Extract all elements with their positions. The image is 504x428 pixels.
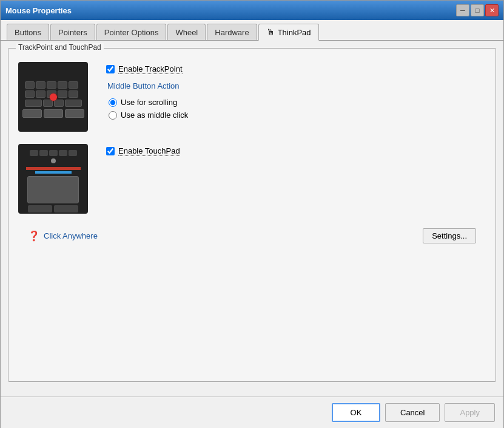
touchpad-options: Enable TouchPad <box>106 144 180 156</box>
middle-button-label: Middle Button Action <box>107 81 188 90</box>
tab-pointers-label: Pointers <box>58 28 87 37</box>
key <box>25 81 35 89</box>
content-area: TrackPoint and TouchPad <box>1 41 503 396</box>
use-for-scrolling-radio[interactable] <box>109 98 117 107</box>
key <box>47 81 56 89</box>
touchpad-surface <box>27 176 79 203</box>
touchpad-left-btn <box>28 205 52 212</box>
group-box: TrackPoint and TouchPad <box>8 48 496 382</box>
tab-thinkpad[interactable]: 🖱 ThinkPad <box>258 24 319 41</box>
tp-top-key <box>69 150 77 156</box>
trackpoint-options: Enable TrackPoint Middle Button Action U… <box>106 62 188 120</box>
mouse-properties-window: Mouse Properties ─ □ ✕ Buttons Pointers … <box>0 0 504 428</box>
enable-touchpad-checkbox[interactable] <box>106 147 115 155</box>
touchpad-section: Enable TouchPad <box>18 144 486 214</box>
click-anywhere-area: ❓ Click Anywhere <box>28 230 98 242</box>
tp-top-key <box>30 150 38 156</box>
key <box>58 81 67 89</box>
key <box>65 100 82 107</box>
use-as-middle-click-label: Use as middle click <box>121 110 188 120</box>
key <box>54 100 64 107</box>
key <box>36 81 45 89</box>
apply-button[interactable]: Apply <box>445 403 495 422</box>
key <box>69 81 78 89</box>
close-button[interactable]: ✕ <box>485 4 499 16</box>
enable-touchpad-row: Enable TouchPad <box>106 146 180 156</box>
tp-blue-strip <box>35 171 72 174</box>
tp-red-strip <box>26 167 81 170</box>
use-as-middle-click-radio[interactable] <box>109 111 117 120</box>
tp-right-btn <box>65 109 84 118</box>
tabs-bar: Buttons Pointers Pointer Options Wheel H… <box>1 20 503 41</box>
use-as-middle-click-row: Use as middle click <box>109 110 188 120</box>
trackpoint-dot <box>50 93 57 101</box>
tab-pointers[interactable]: Pointers <box>50 24 95 40</box>
enable-trackpoint-checkbox[interactable] <box>106 65 115 73</box>
maximize-button[interactable]: □ <box>471 4 484 16</box>
thinkpad-icon: 🖱 <box>266 27 275 37</box>
tab-buttons-label: Buttons <box>15 28 41 37</box>
trackpoint-section: Enable TrackPoint Middle Button Action U… <box>18 62 486 132</box>
touchpad-right-btn <box>54 205 78 212</box>
footer-buttons: OK Cancel Apply <box>1 396 503 428</box>
click-anywhere-label: Click Anywhere <box>44 231 98 240</box>
touchpad-buttons <box>28 205 78 212</box>
middle-button-radio-group: Use for scrolling Use as middle click <box>109 98 188 120</box>
tab-wheel[interactable]: Wheel <box>167 24 206 40</box>
tab-pointer-options-label: Pointer Options <box>104 28 159 37</box>
title-bar-controls: ─ □ ✕ <box>456 4 499 16</box>
key <box>69 90 78 98</box>
tab-pointer-options[interactable]: Pointer Options <box>96 24 167 40</box>
use-for-scrolling-row: Use for scrolling <box>109 98 188 107</box>
cancel-button[interactable]: Cancel <box>385 403 440 422</box>
minimize-button[interactable]: ─ <box>456 4 469 16</box>
key <box>25 100 42 107</box>
key <box>43 100 53 107</box>
tp-top-key <box>59 150 67 156</box>
key <box>36 90 45 98</box>
question-icon: ❓ <box>28 230 40 242</box>
tab-buttons[interactable]: Buttons <box>7 24 49 40</box>
enable-trackpoint-row: Enable TrackPoint <box>106 64 188 74</box>
ok-button[interactable]: OK <box>332 403 380 422</box>
touchpad-top-keys <box>30 150 77 156</box>
key <box>58 90 67 98</box>
trackpoint-image <box>18 62 88 132</box>
tab-hardware-label: Hardware <box>215 28 249 37</box>
tp-top-key <box>39 150 48 156</box>
key <box>25 90 35 98</box>
settings-button[interactable]: Settings... <box>423 228 476 243</box>
enable-touchpad-label: Enable TouchPad <box>118 146 180 156</box>
use-for-scrolling-label: Use for scrolling <box>121 98 177 107</box>
touchpad-image <box>18 144 88 214</box>
group-bottom-bar: ❓ Click Anywhere Settings... <box>18 226 486 248</box>
trackpoint-buttons <box>22 109 84 118</box>
tp-middle-btn <box>44 109 63 118</box>
tp-small-dot <box>51 158 56 163</box>
group-legend: TrackPoint and TouchPad <box>16 43 104 52</box>
tab-thinkpad-label: ThinkPad <box>278 28 311 37</box>
title-bar: Mouse Properties ─ □ ✕ <box>1 1 503 20</box>
enable-trackpoint-label: Enable TrackPoint <box>118 64 183 74</box>
tab-hardware[interactable]: Hardware <box>207 24 257 40</box>
tab-wheel-label: Wheel <box>175 28 198 37</box>
window-title: Mouse Properties <box>5 6 72 15</box>
tp-left-btn <box>22 109 42 118</box>
tp-top-key <box>49 150 58 156</box>
